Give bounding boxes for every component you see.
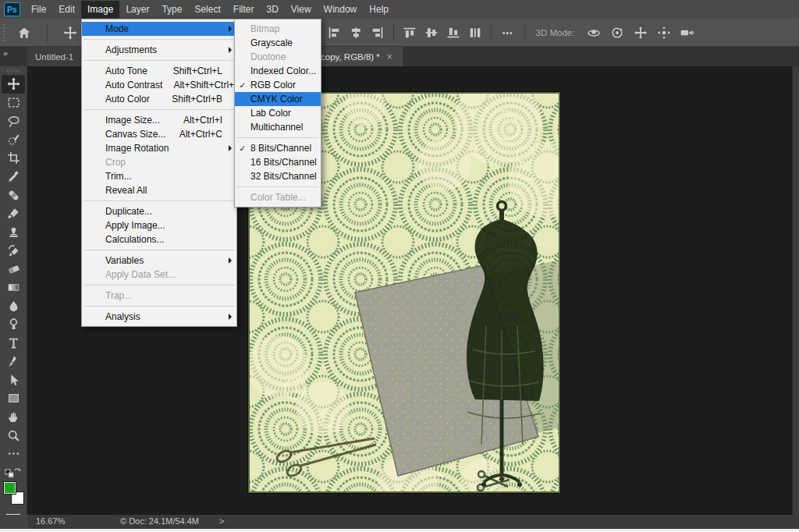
menu-separator: [236, 186, 319, 187]
submenu-item-multichannel[interactable]: Multichannel: [235, 120, 321, 134]
document-size-info: © Doc: 24.1M/54.4M: [120, 516, 199, 526]
submenu-item-indexed-color[interactable]: Indexed Color...: [235, 64, 321, 78]
submenu-item-grayscale[interactable]: Grayscale: [235, 36, 321, 50]
home-button[interactable]: [6, 23, 42, 43]
menu-item-image-size[interactable]: Image Size...Alt+Ctrl+I: [82, 113, 236, 127]
submenu-item-lab-color[interactable]: Lab Color: [235, 106, 321, 120]
menu-help[interactable]: Help: [363, 1, 395, 18]
stamp-icon: [7, 225, 20, 239]
menu-select[interactable]: Select: [188, 1, 226, 18]
status-bar: 16.67% © Doc: 24.1M/54.4M >: [28, 515, 799, 529]
menu-file[interactable]: File: [25, 1, 52, 18]
color-swatches: [2, 480, 25, 511]
hand-tool[interactable]: [2, 408, 25, 427]
history-brush-tool[interactable]: [2, 241, 25, 260]
align-left-edges-icon[interactable]: [327, 27, 341, 39]
menu-type[interactable]: Type: [155, 1, 188, 18]
dodge-tool[interactable]: [2, 315, 25, 334]
3d-pan-icon[interactable]: [633, 26, 648, 40]
submenu-item-32-bits[interactable]: 32 Bits/Channel: [235, 169, 321, 183]
foreground-color-swatch[interactable]: [3, 481, 16, 495]
menu-item-adjustments[interactable]: Adjustments: [82, 43, 236, 57]
tools-panel-grip[interactable]: [7, 69, 20, 72]
submenu-arrow-icon: [229, 314, 232, 320]
zoom-level-field[interactable]: 16.67%: [36, 516, 65, 526]
menu-separator: [236, 137, 319, 138]
menu-item-crop: Crop: [82, 155, 236, 169]
status-chevron-icon[interactable]: >: [219, 516, 224, 526]
more-options-button[interactable]: •••: [496, 29, 520, 37]
options-divider: [393, 23, 394, 42]
history-brush-icon: [7, 244, 20, 257]
menu-item-variables[interactable]: Variables: [82, 254, 236, 268]
panel-dock-collapsed[interactable]: [792, 66, 799, 515]
menu-item-mode[interactable]: Mode: [82, 22, 236, 36]
submenu-item-rgb-color[interactable]: ✓RGB Color: [235, 78, 321, 92]
menu-edit[interactable]: Edit: [52, 1, 81, 18]
3d-roll-icon[interactable]: [609, 26, 625, 40]
align-right-edges-icon[interactable]: [371, 27, 385, 39]
tab-active-document[interactable]: copy, RGB/8) * ×: [311, 47, 403, 66]
menu-view[interactable]: View: [285, 1, 318, 18]
marquee-icon: [7, 96, 20, 109]
submenu-item-8-bits[interactable]: ✓8 Bits/Channel: [235, 141, 321, 155]
rectangle-tool[interactable]: [2, 389, 25, 408]
pen-tool[interactable]: [2, 353, 25, 371]
rectangular-marquee-tool[interactable]: [2, 94, 25, 112]
submenu-item-cmyk-color[interactable]: CMYK Color: [235, 92, 321, 106]
menu-item-canvas-size[interactable]: Canvas Size...Alt+Ctrl+C: [82, 127, 236, 141]
menu-filter[interactable]: Filter: [227, 1, 261, 18]
crop-icon: [7, 151, 20, 165]
move-icon: [7, 77, 20, 90]
type-icon: [7, 336, 20, 349]
align-bottom-edges-icon[interactable]: [446, 27, 460, 39]
3d-slide-icon[interactable]: [656, 26, 672, 40]
eyedropper-tool[interactable]: [2, 168, 25, 186]
quick-selection-tool[interactable]: [2, 130, 25, 149]
submenu-arrow-icon: [229, 47, 232, 53]
menu-layer[interactable]: Layer: [119, 1, 155, 18]
gradient-tool[interactable]: [2, 278, 25, 297]
align-vertical-centers-icon[interactable]: [424, 27, 439, 39]
tab-untitled-1[interactable]: Untitled-1: [27, 47, 88, 66]
eraser-tool[interactable]: [2, 260, 25, 278]
path-selection-tool[interactable]: [2, 371, 25, 389]
checkmark-icon: ✓: [235, 144, 250, 153]
brush-tool[interactable]: [2, 204, 25, 223]
move-tool[interactable]: [2, 75, 25, 94]
menu-item-auto-tone[interactable]: Auto ToneShift+Ctrl+L: [82, 64, 236, 78]
menu-item-image-rotation[interactable]: Image Rotation: [82, 141, 236, 155]
menu-item-auto-color[interactable]: Auto ColorShift+Ctrl+B: [82, 92, 236, 106]
lasso-tool[interactable]: [2, 112, 25, 130]
menu-item-reveal-all[interactable]: Reveal All: [82, 183, 236, 197]
clone-stamp-tool[interactable]: [2, 223, 25, 242]
menu-image[interactable]: Image: [81, 1, 119, 18]
menu-item-apply-image[interactable]: Apply Image...: [82, 218, 236, 232]
tab-title: copy, RGB/8) *: [321, 52, 380, 62]
mode-submenu: Bitmap Grayscale Duotone Indexed Color..…: [234, 19, 321, 207]
distribute-icon[interactable]: [468, 27, 482, 39]
crop-tool[interactable]: [2, 149, 25, 168]
menu-item-trim[interactable]: Trim...: [82, 169, 236, 183]
3d-orbit-icon[interactable]: [586, 26, 602, 40]
align-top-edges-icon[interactable]: [403, 27, 417, 39]
expand-panels-icon[interactable]: »: [3, 48, 7, 58]
menu-window[interactable]: Window: [318, 1, 364, 18]
menu-item-duplicate[interactable]: Duplicate...: [82, 204, 236, 218]
close-tab-icon[interactable]: ×: [387, 51, 392, 62]
zoom-tool[interactable]: [2, 426, 25, 445]
spot-healing-brush-tool[interactable]: [2, 186, 25, 204]
menu-item-calculations[interactable]: Calculations...: [82, 232, 236, 246]
menu-separator: [83, 109, 235, 110]
menu-item-analysis[interactable]: Analysis: [82, 310, 236, 324]
3d-camera-icon[interactable]: [680, 26, 695, 40]
type-tool[interactable]: [2, 334, 25, 353]
default-swap-colors-icon[interactable]: [5, 466, 22, 478]
menu-separator: [83, 39, 235, 40]
edit-toolbar-button[interactable]: [2, 445, 25, 463]
submenu-item-16-bits[interactable]: 16 Bits/Channel: [235, 155, 321, 169]
menu-item-auto-contrast[interactable]: Auto ContrastAlt+Shift+Ctrl+L: [82, 78, 236, 92]
menu-3d[interactable]: 3D: [260, 1, 284, 18]
align-horizontal-centers-icon[interactable]: [349, 27, 363, 39]
blur-tool[interactable]: [2, 296, 25, 315]
